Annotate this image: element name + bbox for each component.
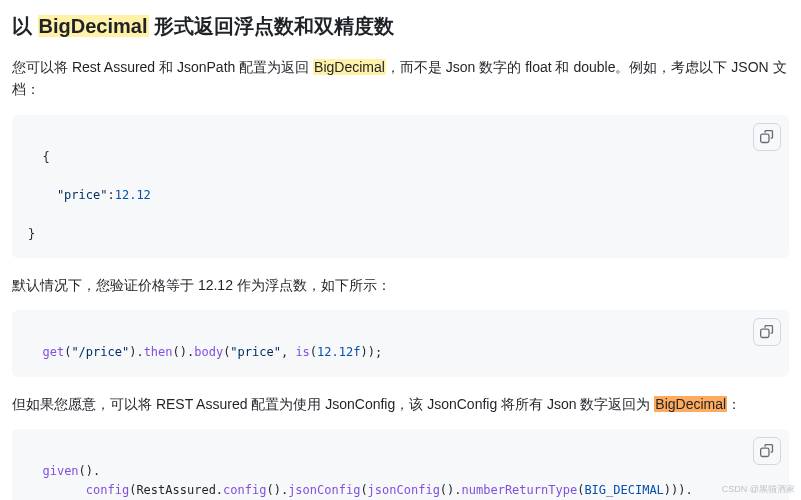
code-block-java-2: given(). config(RestAssured.config().jso… — [12, 429, 789, 500]
copy-icon — [760, 325, 774, 339]
txt: (RestAssured. — [129, 483, 223, 497]
paragraph-1: 您可以将 Rest Assured 和 JsonPath 配置为返回 BigDe… — [12, 56, 789, 101]
heading-suffix: 形式返回浮点数和双精度数 — [149, 15, 395, 37]
paragraph-2: 默认情况下，您验证价格等于 12.12 作为浮点数，如下所示： — [12, 274, 789, 296]
json-value: 12.12 — [115, 188, 151, 202]
p1-highlight: BigDecimal — [313, 59, 386, 75]
str-price2: "price" — [230, 345, 281, 359]
fn-given: given — [42, 464, 78, 478]
const-bigdecimal: BIG_DECIMAL — [584, 483, 663, 497]
txt: )); — [360, 345, 382, 359]
heading: 以 BigDecimal 形式返回浮点数和双精度数 — [12, 10, 789, 42]
txt: (). — [266, 483, 288, 497]
fn-get: get — [42, 345, 64, 359]
copy-button[interactable] — [753, 437, 781, 465]
str-price: "/price" — [71, 345, 129, 359]
copy-icon — [760, 130, 774, 144]
json-brace-close: } — [28, 227, 35, 241]
txt: , — [281, 345, 295, 359]
txt: (). — [173, 345, 195, 359]
copy-button[interactable] — [753, 123, 781, 151]
fn-is: is — [295, 345, 309, 359]
txt: (). — [440, 483, 462, 497]
json-key: "price" — [28, 188, 107, 202]
fn-jsonconfig2: jsonConfig — [368, 483, 440, 497]
txt: ). — [129, 345, 143, 359]
fn-then: then — [144, 345, 173, 359]
code-block-java-1: get("/price").then().body("price", is(12… — [12, 310, 789, 376]
txt: ))). — [664, 483, 693, 497]
copy-icon — [760, 444, 774, 458]
fn-nrt: numberReturnType — [462, 483, 578, 497]
fn-body: body — [194, 345, 223, 359]
heading-highlight: BigDecimal — [38, 15, 149, 37]
paragraph-3: 但如果您愿意，可以将 REST Assured 配置为使用 JsonConfig… — [12, 393, 789, 415]
p3-text-b: ： — [727, 396, 741, 412]
txt: (). — [79, 464, 101, 478]
pad — [28, 483, 86, 497]
p3-text-a: 但如果您愿意，可以将 REST Assured 配置为使用 JsonConfig… — [12, 396, 654, 412]
txt: ( — [360, 483, 367, 497]
json-brace-open: { — [42, 150, 49, 164]
json-colon: : — [107, 188, 114, 202]
copy-button[interactable] — [753, 318, 781, 346]
p1-text-a: 您可以将 Rest Assured 和 JsonPath 配置为返回 — [12, 59, 313, 75]
fn-config: config — [86, 483, 129, 497]
heading-prefix: 以 — [12, 15, 38, 37]
watermark: CSDN @黑猫酒家 — [722, 482, 795, 496]
fn-jsonconfig: jsonConfig — [288, 483, 360, 497]
num: 12.12f — [317, 345, 360, 359]
code-block-json: { "price":12.12 } — [12, 115, 789, 258]
p3-highlight: BigDecimal — [654, 396, 727, 412]
fn-config2: config — [223, 483, 266, 497]
